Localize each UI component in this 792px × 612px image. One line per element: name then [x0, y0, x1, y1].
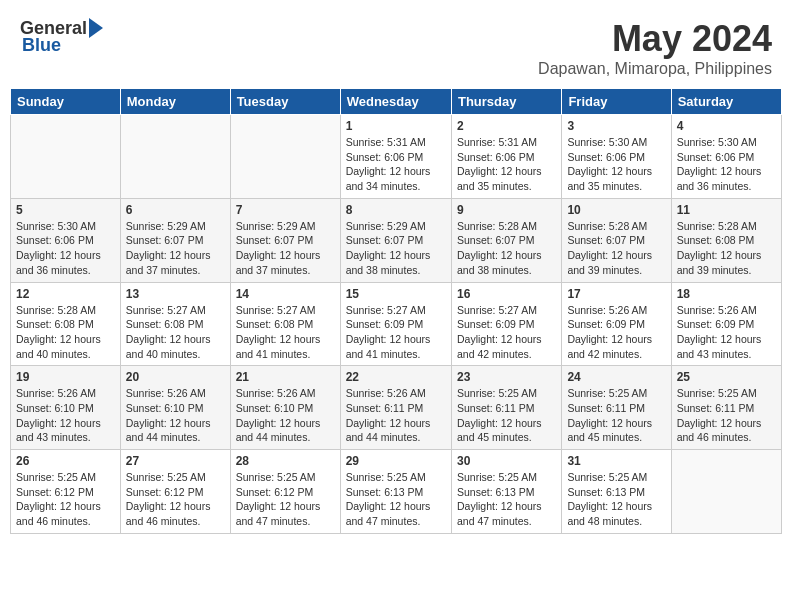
day-info: Sunrise: 5:29 AM Sunset: 6:07 PM Dayligh… [236, 219, 335, 278]
day-info: Sunrise: 5:28 AM Sunset: 6:08 PM Dayligh… [677, 219, 776, 278]
day-info: Sunrise: 5:30 AM Sunset: 6:06 PM Dayligh… [567, 135, 665, 194]
day-info: Sunrise: 5:25 AM Sunset: 6:12 PM Dayligh… [236, 470, 335, 529]
calendar-cell: 15Sunrise: 5:27 AM Sunset: 6:09 PM Dayli… [340, 282, 451, 366]
day-info: Sunrise: 5:25 AM Sunset: 6:13 PM Dayligh… [346, 470, 446, 529]
weekday-header-friday: Friday [562, 89, 671, 115]
day-info: Sunrise: 5:28 AM Sunset: 6:08 PM Dayligh… [16, 303, 115, 362]
day-info: Sunrise: 5:25 AM Sunset: 6:11 PM Dayligh… [567, 386, 665, 445]
day-info: Sunrise: 5:25 AM Sunset: 6:13 PM Dayligh… [567, 470, 665, 529]
day-number: 7 [236, 203, 335, 217]
calendar-cell: 28Sunrise: 5:25 AM Sunset: 6:12 PM Dayli… [230, 450, 340, 534]
day-number: 28 [236, 454, 335, 468]
header: General Blue May 2024 Dapawan, Mimaropa,… [10, 10, 782, 82]
calendar-title: May 2024 [538, 18, 772, 60]
calendar-cell: 18Sunrise: 5:26 AM Sunset: 6:09 PM Dayli… [671, 282, 781, 366]
calendar-cell: 22Sunrise: 5:26 AM Sunset: 6:11 PM Dayli… [340, 366, 451, 450]
day-info: Sunrise: 5:26 AM Sunset: 6:09 PM Dayligh… [677, 303, 776, 362]
day-number: 27 [126, 454, 225, 468]
day-number: 14 [236, 287, 335, 301]
weekday-header-saturday: Saturday [671, 89, 781, 115]
day-number: 20 [126, 370, 225, 384]
day-number: 5 [16, 203, 115, 217]
day-info: Sunrise: 5:25 AM Sunset: 6:12 PM Dayligh… [126, 470, 225, 529]
day-number: 19 [16, 370, 115, 384]
calendar-cell: 5Sunrise: 5:30 AM Sunset: 6:06 PM Daylig… [11, 198, 121, 282]
logo-blue-text: Blue [22, 35, 61, 56]
calendar-cell: 1Sunrise: 5:31 AM Sunset: 6:06 PM Daylig… [340, 115, 451, 199]
calendar-week-row: 19Sunrise: 5:26 AM Sunset: 6:10 PM Dayli… [11, 366, 782, 450]
calendar-cell: 26Sunrise: 5:25 AM Sunset: 6:12 PM Dayli… [11, 450, 121, 534]
calendar-cell: 9Sunrise: 5:28 AM Sunset: 6:07 PM Daylig… [451, 198, 561, 282]
day-info: Sunrise: 5:28 AM Sunset: 6:07 PM Dayligh… [457, 219, 556, 278]
calendar-cell: 30Sunrise: 5:25 AM Sunset: 6:13 PM Dayli… [451, 450, 561, 534]
calendar-header-row: SundayMondayTuesdayWednesdayThursdayFrid… [11, 89, 782, 115]
day-info: Sunrise: 5:30 AM Sunset: 6:06 PM Dayligh… [16, 219, 115, 278]
day-info: Sunrise: 5:31 AM Sunset: 6:06 PM Dayligh… [457, 135, 556, 194]
calendar-cell: 14Sunrise: 5:27 AM Sunset: 6:08 PM Dayli… [230, 282, 340, 366]
day-number: 6 [126, 203, 225, 217]
day-info: Sunrise: 5:27 AM Sunset: 6:08 PM Dayligh… [236, 303, 335, 362]
calendar-cell: 11Sunrise: 5:28 AM Sunset: 6:08 PM Dayli… [671, 198, 781, 282]
calendar-cell: 4Sunrise: 5:30 AM Sunset: 6:06 PM Daylig… [671, 115, 781, 199]
day-info: Sunrise: 5:26 AM Sunset: 6:11 PM Dayligh… [346, 386, 446, 445]
calendar-cell: 31Sunrise: 5:25 AM Sunset: 6:13 PM Dayli… [562, 450, 671, 534]
day-info: Sunrise: 5:26 AM Sunset: 6:10 PM Dayligh… [16, 386, 115, 445]
calendar-cell: 16Sunrise: 5:27 AM Sunset: 6:09 PM Dayli… [451, 282, 561, 366]
day-info: Sunrise: 5:27 AM Sunset: 6:08 PM Dayligh… [126, 303, 225, 362]
calendar-week-row: 26Sunrise: 5:25 AM Sunset: 6:12 PM Dayli… [11, 450, 782, 534]
calendar-cell: 3Sunrise: 5:30 AM Sunset: 6:06 PM Daylig… [562, 115, 671, 199]
day-number: 3 [567, 119, 665, 133]
day-number: 26 [16, 454, 115, 468]
day-number: 1 [346, 119, 446, 133]
calendar-cell: 12Sunrise: 5:28 AM Sunset: 6:08 PM Dayli… [11, 282, 121, 366]
logo-arrow-icon [89, 18, 103, 38]
calendar-cell: 8Sunrise: 5:29 AM Sunset: 6:07 PM Daylig… [340, 198, 451, 282]
day-number: 8 [346, 203, 446, 217]
day-info: Sunrise: 5:25 AM Sunset: 6:13 PM Dayligh… [457, 470, 556, 529]
calendar-body: 1Sunrise: 5:31 AM Sunset: 6:06 PM Daylig… [11, 115, 782, 534]
calendar-cell [230, 115, 340, 199]
calendar-cell [671, 450, 781, 534]
calendar-week-row: 12Sunrise: 5:28 AM Sunset: 6:08 PM Dayli… [11, 282, 782, 366]
title-block: May 2024 Dapawan, Mimaropa, Philippines [538, 18, 772, 78]
calendar-cell [120, 115, 230, 199]
day-info: Sunrise: 5:27 AM Sunset: 6:09 PM Dayligh… [457, 303, 556, 362]
calendar-cell: 10Sunrise: 5:28 AM Sunset: 6:07 PM Dayli… [562, 198, 671, 282]
calendar-cell: 21Sunrise: 5:26 AM Sunset: 6:10 PM Dayli… [230, 366, 340, 450]
day-number: 15 [346, 287, 446, 301]
day-info: Sunrise: 5:29 AM Sunset: 6:07 PM Dayligh… [346, 219, 446, 278]
calendar-cell: 17Sunrise: 5:26 AM Sunset: 6:09 PM Dayli… [562, 282, 671, 366]
weekday-header-wednesday: Wednesday [340, 89, 451, 115]
calendar-location: Dapawan, Mimaropa, Philippines [538, 60, 772, 78]
day-info: Sunrise: 5:26 AM Sunset: 6:10 PM Dayligh… [236, 386, 335, 445]
day-info: Sunrise: 5:25 AM Sunset: 6:12 PM Dayligh… [16, 470, 115, 529]
day-number: 9 [457, 203, 556, 217]
day-number: 4 [677, 119, 776, 133]
day-number: 10 [567, 203, 665, 217]
calendar-cell: 25Sunrise: 5:25 AM Sunset: 6:11 PM Dayli… [671, 366, 781, 450]
calendar-cell [11, 115, 121, 199]
calendar-cell: 29Sunrise: 5:25 AM Sunset: 6:13 PM Dayli… [340, 450, 451, 534]
day-number: 30 [457, 454, 556, 468]
day-number: 11 [677, 203, 776, 217]
calendar-cell: 27Sunrise: 5:25 AM Sunset: 6:12 PM Dayli… [120, 450, 230, 534]
calendar-cell: 6Sunrise: 5:29 AM Sunset: 6:07 PM Daylig… [120, 198, 230, 282]
day-number: 25 [677, 370, 776, 384]
day-info: Sunrise: 5:26 AM Sunset: 6:09 PM Dayligh… [567, 303, 665, 362]
calendar-cell: 2Sunrise: 5:31 AM Sunset: 6:06 PM Daylig… [451, 115, 561, 199]
calendar-cell: 13Sunrise: 5:27 AM Sunset: 6:08 PM Dayli… [120, 282, 230, 366]
weekday-header-monday: Monday [120, 89, 230, 115]
day-info: Sunrise: 5:28 AM Sunset: 6:07 PM Dayligh… [567, 219, 665, 278]
calendar-cell: 7Sunrise: 5:29 AM Sunset: 6:07 PM Daylig… [230, 198, 340, 282]
calendar-week-row: 5Sunrise: 5:30 AM Sunset: 6:06 PM Daylig… [11, 198, 782, 282]
day-info: Sunrise: 5:31 AM Sunset: 6:06 PM Dayligh… [346, 135, 446, 194]
day-number: 22 [346, 370, 446, 384]
day-number: 21 [236, 370, 335, 384]
day-info: Sunrise: 5:26 AM Sunset: 6:10 PM Dayligh… [126, 386, 225, 445]
logo: General Blue [20, 18, 103, 56]
day-info: Sunrise: 5:25 AM Sunset: 6:11 PM Dayligh… [677, 386, 776, 445]
day-number: 12 [16, 287, 115, 301]
day-number: 18 [677, 287, 776, 301]
day-number: 23 [457, 370, 556, 384]
calendar-cell: 24Sunrise: 5:25 AM Sunset: 6:11 PM Dayli… [562, 366, 671, 450]
